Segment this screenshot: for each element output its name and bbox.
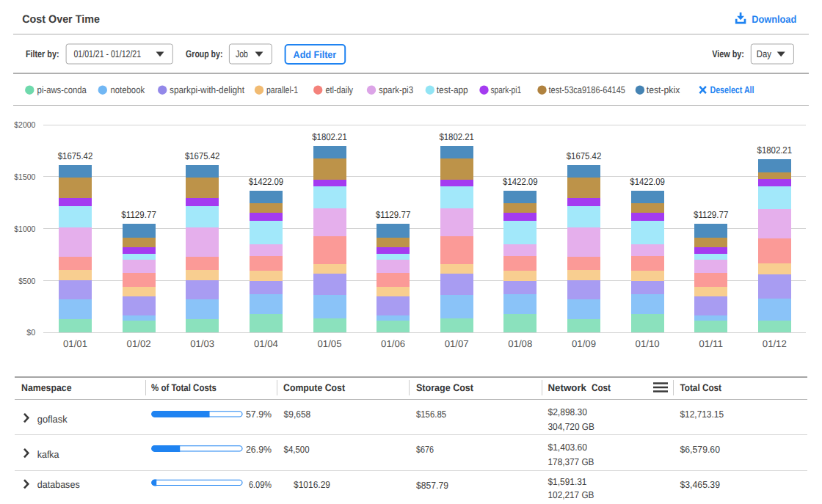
svg-text:304,720 GB: 304,720 GB — [548, 421, 595, 432]
svg-text:Download: Download — [752, 13, 796, 25]
svg-text:$1422.09: $1422.09 — [630, 176, 665, 187]
svg-text:databases: databases — [37, 479, 80, 490]
svg-text:01/10: 01/10 — [636, 338, 660, 349]
svg-text:spark-pi1: spark-pi1 — [491, 84, 522, 95]
svg-text:$1129.77: $1129.77 — [121, 209, 156, 220]
svg-text:etl-daily: etl-daily — [326, 84, 354, 95]
svg-text:01/12: 01/12 — [763, 338, 787, 349]
svg-text:26.9%: 26.9% — [246, 444, 272, 455]
svg-text:notebook: notebook — [111, 84, 145, 95]
svg-text:$1000: $1000 — [14, 225, 35, 234]
svg-text:Group by:: Group by: — [186, 48, 222, 59]
svg-text:01/09: 01/09 — [572, 338, 596, 349]
svg-text:01/01: 01/01 — [63, 338, 87, 349]
svg-text:Deselect All: Deselect All — [710, 84, 754, 95]
svg-text:01/04: 01/04 — [254, 338, 278, 349]
svg-text:$1422.09: $1422.09 — [503, 176, 538, 187]
svg-text:pi-aws-conda: pi-aws-conda — [37, 84, 87, 95]
svg-text:Filter by:: Filter by: — [26, 48, 59, 59]
svg-text:Add Filter: Add Filter — [294, 49, 337, 60]
svg-text:$4,500: $4,500 — [284, 444, 310, 455]
svg-text:$500: $500 — [18, 277, 35, 286]
svg-text:$1422.09: $1422.09 — [249, 176, 284, 187]
svg-text:01/06: 01/06 — [381, 338, 405, 349]
svg-text:$6,579.60: $6,579.60 — [680, 444, 721, 455]
svg-text:$1,403.60: $1,403.60 — [548, 442, 588, 453]
svg-text:01/05: 01/05 — [318, 338, 342, 349]
svg-text:$12,713.15: $12,713.15 — [680, 409, 724, 420]
svg-text:kafka: kafka — [37, 449, 59, 460]
svg-text:Day: Day — [757, 48, 771, 59]
svg-text:6.09%: 6.09% — [249, 479, 272, 490]
svg-text:$1802.21: $1802.21 — [439, 131, 474, 142]
svg-text:parallel-1: parallel-1 — [266, 84, 298, 95]
svg-text:$1129.77: $1129.77 — [376, 209, 411, 220]
svg-text:$1802.21: $1802.21 — [757, 145, 793, 156]
svg-text:Cost Over Time: Cost Over Time — [22, 13, 100, 26]
svg-text:$1675.42: $1675.42 — [567, 150, 602, 161]
svg-text:$2000: $2000 — [14, 121, 35, 130]
svg-text:$1,591.31: $1,591.31 — [548, 476, 587, 487]
svg-text:102,217 GB: 102,217 GB — [548, 489, 594, 500]
svg-text:57.9%: 57.9% — [246, 409, 272, 420]
svg-text:Network: Network — [548, 382, 587, 393]
svg-text:01/07: 01/07 — [445, 338, 469, 349]
svg-text:View by:: View by: — [712, 48, 744, 59]
svg-text:$1129.77: $1129.77 — [694, 209, 729, 220]
svg-text:goflask: goflask — [37, 414, 68, 425]
svg-text:% of Total Costs: % of Total Costs — [151, 382, 217, 393]
svg-text:$2,898.30: $2,898.30 — [548, 406, 588, 417]
svg-text:$857.79: $857.79 — [416, 480, 448, 491]
svg-text:Storage Cost: Storage Cost — [416, 382, 473, 393]
svg-text:test-pkix: test-pkix — [647, 84, 680, 95]
svg-text:$676: $676 — [416, 444, 434, 455]
svg-text:01/03: 01/03 — [190, 338, 214, 349]
svg-text:test-app: test-app — [437, 84, 468, 95]
svg-text:sparkpi-with-delight: sparkpi-with-delight — [170, 84, 244, 95]
svg-text:Total Cost: Total Cost — [680, 382, 722, 393]
svg-text:$1500: $1500 — [14, 173, 35, 182]
svg-text:01/02: 01/02 — [127, 338, 151, 349]
svg-text:$1675.42: $1675.42 — [58, 150, 93, 161]
svg-text:$156.85: $156.85 — [416, 409, 446, 420]
svg-text:Compute Cost: Compute Cost — [283, 382, 345, 393]
svg-text:$0: $0 — [26, 329, 35, 337]
svg-text:$9,658: $9,658 — [284, 409, 311, 420]
svg-text:Job: Job — [236, 48, 248, 59]
svg-text:$1675.42: $1675.42 — [185, 150, 220, 161]
svg-text:Cost: Cost — [592, 382, 611, 393]
svg-text:178,377 GB: 178,377 GB — [548, 456, 594, 467]
svg-text:$1802.21: $1802.21 — [312, 131, 347, 142]
svg-text:Namespace: Namespace — [21, 382, 72, 393]
svg-text:$1016.29: $1016.29 — [294, 479, 330, 490]
svg-text:test-53ca9186-64145: test-53ca9186-64145 — [549, 84, 626, 95]
svg-text:01/08: 01/08 — [508, 338, 532, 349]
svg-text:$3,465.39: $3,465.39 — [680, 479, 721, 490]
svg-text:spark-pi3: spark-pi3 — [379, 84, 413, 95]
svg-text:01/11: 01/11 — [699, 338, 723, 349]
svg-text:01/01/21 - 01/12/21: 01/01/21 - 01/12/21 — [74, 48, 142, 59]
